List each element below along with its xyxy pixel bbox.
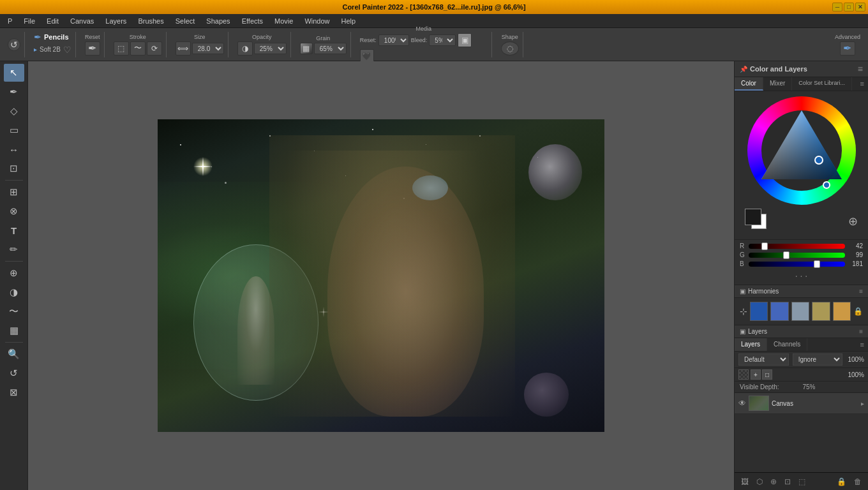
tool-navigator[interactable]: ⊠ [4, 383, 24, 401]
tool-burn[interactable]: ◑ [4, 283, 24, 301]
g-slider-track[interactable] [749, 253, 845, 258]
ring-indicator[interactable] [823, 181, 830, 189]
tool-zoom[interactable]: 🔍 [4, 345, 24, 363]
close-button[interactable]: ✕ [855, 3, 865, 11]
reset-pct-select[interactable]: 100% [378, 34, 409, 46]
menu-layers[interactable]: Layers [100, 16, 131, 26]
fg-swatch[interactable] [745, 209, 761, 225]
menu-help[interactable]: Help [336, 16, 361, 26]
harmony-swatch-1[interactable] [750, 302, 768, 321]
canvas-area[interactable] [28, 61, 734, 490]
tool-rectangle[interactable]: ▭ [4, 121, 24, 139]
bottom-icon-4[interactable]: ⊡ [782, 476, 793, 487]
blend-mode-select[interactable]: Default [738, 353, 789, 366]
harmony-lock-icon[interactable]: 🔒 [853, 307, 863, 316]
panel-menu-icon[interactable]: ≡ [858, 64, 863, 74]
bottom-icon-2[interactable]: ⬡ [754, 476, 765, 487]
bottom-icon-trash[interactable]: 🗑 [851, 476, 864, 487]
restore-button[interactable]: □ [844, 3, 854, 11]
tool-selector[interactable]: ↖ [4, 64, 24, 82]
layers-expand-icon[interactable]: ▣ [740, 328, 745, 335]
harmony-eyedropper[interactable]: ⊹ [740, 306, 747, 316]
tool-warp[interactable]: 〜 [4, 302, 24, 320]
harmony-swatch-2[interactable] [770, 302, 788, 321]
harmony-swatch-4[interactable] [812, 302, 830, 321]
tab-color[interactable]: Color [735, 77, 763, 91]
size-section: Size ⟺ 28.0 [172, 32, 228, 57]
favorite-icon[interactable]: ♡ [63, 45, 71, 55]
color-add-btn[interactable]: ⊕ [848, 214, 858, 228]
harmonies-title: Harmonies [748, 288, 859, 295]
menu-movie[interactable]: Movie [269, 16, 298, 26]
bottom-icon-5[interactable]: ⬚ [796, 476, 808, 487]
color-triangle-svg [747, 96, 856, 205]
tab-channels[interactable]: Channels [767, 338, 807, 351]
opacity-select[interactable]: 25% [254, 43, 287, 54]
harmonies-expand-icon[interactable]: ▣ [740, 288, 745, 295]
shape-icon[interactable]: ◌ [501, 41, 519, 56]
r-slider-track[interactable] [749, 244, 845, 249]
new-layer-btn[interactable]: + [751, 369, 761, 380]
tool-lasso[interactable]: ⊗ [4, 202, 24, 220]
harmony-swatch-5[interactable] [833, 302, 851, 321]
bottom-icon-6[interactable]: 🔒 [834, 476, 849, 487]
b-slider-track[interactable] [749, 262, 845, 267]
stroke-btn-3[interactable]: ⟳ [147, 41, 162, 56]
r-thumb[interactable] [761, 242, 768, 250]
tool-clone[interactable]: ⊕ [4, 264, 24, 282]
tool-shape[interactable]: ◇ [4, 102, 24, 120]
b-thumb[interactable] [814, 260, 820, 268]
menu-canvas[interactable]: Canvas [65, 16, 99, 26]
bottom-icon-1[interactable]: 🖼 [738, 476, 751, 487]
tool-paint[interactable]: ✒ [4, 83, 24, 101]
r-value: 42 [848, 242, 863, 249]
stroke-btn-1[interactable]: ⬚ [114, 41, 129, 56]
menu-p[interactable]: P [3, 16, 17, 26]
bottom-icon-3[interactable]: ⊕ [768, 476, 779, 487]
layers-tab-menu[interactable]: ≡ [857, 338, 868, 351]
color-wheel-container[interactable] [747, 96, 856, 205]
g-thumb[interactable] [783, 251, 789, 259]
layer-visibility-toggle[interactable]: 👁 [738, 399, 746, 408]
advanced-icon[interactable]: ✒ [840, 41, 855, 56]
tab-layers[interactable]: Layers [735, 338, 767, 351]
rgb-dots: · · · [740, 269, 863, 282]
menu-file[interactable]: File [19, 16, 40, 26]
menu-shapes[interactable]: Shapes [201, 16, 235, 26]
rgb-sliders: R 42 G 99 B 181 · [735, 240, 868, 285]
svg-marker-1 [761, 110, 842, 179]
tool-crop[interactable]: ⊞ [4, 183, 24, 201]
canvas-layer-row[interactable]: 👁 Canvas ▸ [735, 393, 868, 414]
back-button[interactable]: ↺ [8, 38, 20, 51]
layers-menu-icon[interactable]: ≡ [859, 328, 863, 335]
menu-brushes[interactable]: Brushes [133, 16, 168, 26]
tool-text[interactable]: T [4, 221, 24, 239]
tool-fill[interactable]: ▦ [4, 322, 24, 339]
tab-color-set[interactable]: Color Set Librari... [792, 77, 852, 91]
stroke-btn-2[interactable]: 〜 [130, 41, 146, 56]
panel-header: 📌 Color and Layers ≡ [735, 61, 868, 77]
bleed-select[interactable]: 5% [429, 34, 456, 46]
tab-mixer[interactable]: Mixer [763, 77, 792, 91]
toolbar: ↺ ✒ Pencils ▸ Soft 2B ♡ Reset ✒ Stroke ⬚… [0, 28, 868, 61]
grain-select[interactable]: 65% [314, 43, 347, 54]
color-tab-menu[interactable]: ≡ [857, 77, 868, 91]
media-icon-1[interactable]: ▣ [458, 33, 472, 47]
reset-button[interactable]: ✒ [85, 41, 100, 56]
visible-depth-row: Visible Depth: 75% [735, 382, 868, 393]
composite-select[interactable]: Ignore [793, 353, 843, 366]
minimize-button[interactable]: ─ [832, 3, 842, 11]
size-select[interactable]: 28.0 [192, 43, 224, 54]
menu-effects[interactable]: Effects [237, 16, 268, 26]
tool-eraser[interactable]: ⊡ [4, 160, 24, 177]
tool-transform[interactable]: ↔ [4, 140, 24, 158]
harmony-swatch-3[interactable] [791, 302, 809, 321]
tool-rotate[interactable]: ↺ [4, 364, 24, 382]
layer-expand-icon[interactable]: ▸ [861, 400, 864, 407]
tool-pen[interactable]: ✏ [4, 241, 24, 258]
menu-select[interactable]: Select [170, 16, 200, 26]
layer-group-btn[interactable]: □ [762, 369, 772, 380]
harmonies-menu-icon[interactable]: ≡ [859, 288, 863, 295]
menu-window[interactable]: Window [299, 16, 334, 26]
menu-edit[interactable]: Edit [41, 16, 64, 26]
